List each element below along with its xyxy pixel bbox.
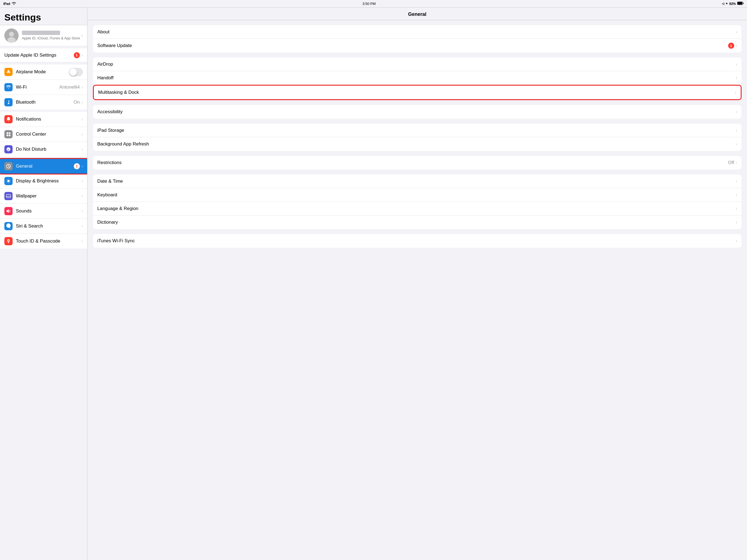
right-panel: General About › Software Update 1 › AirD… — [87, 8, 747, 560]
about-label: About — [97, 29, 736, 35]
handoff-label: Handoff — [97, 75, 736, 81]
update-apple-id-row[interactable]: Update Apple ID Settings 1 › — [0, 48, 87, 62]
do-not-disturb-label: Do Not Disturb — [16, 147, 81, 152]
profile-chevron-icon: › — [81, 32, 83, 38]
wallpaper-item[interactable]: Wallpaper › — [0, 189, 87, 204]
sounds-item[interactable]: Sounds › — [0, 204, 87, 219]
battery-percent: 92% — [729, 2, 736, 6]
right-group-5: iPad Storage › Background App Refresh › — [93, 124, 742, 151]
touch-id-label: Touch ID & Passcode — [16, 238, 81, 244]
display-brightness-chevron-icon: › — [81, 179, 83, 183]
wifi-item[interactable]: Wi-Fi Antonelli4 › — [0, 80, 87, 95]
language-region-item[interactable]: Language & Region › — [93, 202, 742, 215]
status-bar: iPad 3:50 PM ◁ ✦ 92% — [0, 0, 747, 8]
update-badge: 1 — [74, 52, 80, 58]
keyboard-label: Keyboard — [97, 192, 736, 198]
general-badge: 1 — [74, 163, 80, 169]
keyboard-item[interactable]: Keyboard › — [93, 188, 742, 202]
control-center-item[interactable]: Control Center › — [0, 127, 87, 142]
multitasking-item[interactable]: Multitasking & Dock › — [94, 85, 741, 99]
dictionary-item[interactable]: Dictionary › — [93, 215, 742, 229]
right-panel-header: General — [87, 8, 747, 20]
svg-rect-7 — [9, 132, 10, 134]
ipad-storage-item[interactable]: iPad Storage › — [93, 124, 742, 137]
airplane-mode-toggle[interactable] — [69, 68, 83, 76]
wallpaper-chevron-icon: › — [81, 194, 83, 199]
sidebar-title: Settings — [0, 8, 87, 25]
airdrop-chevron-icon: › — [736, 62, 737, 67]
siri-search-icon — [4, 222, 12, 230]
general-highlight-wrapper: General 1 › — [0, 159, 87, 174]
svg-rect-2 — [738, 2, 742, 5]
svg-point-11 — [7, 180, 9, 182]
sounds-icon — [4, 207, 12, 215]
itunes-wifi-sync-label: iTunes Wi-Fi Sync — [97, 238, 736, 244]
right-group-4: Accessibility › — [93, 105, 742, 119]
notifications-item[interactable]: Notifications › — [0, 112, 87, 127]
bluetooth-value: On — [74, 100, 80, 105]
profile-row[interactable]: Apple ID, iCloud, iTunes & App Store › — [0, 25, 87, 46]
wallpaper-label: Wallpaper — [16, 193, 81, 199]
notifications-chevron-icon: › — [81, 117, 83, 122]
display-brightness-item[interactable]: Display & Brightness › — [0, 174, 87, 189]
background-app-refresh-item[interactable]: Background App Refresh › — [93, 137, 742, 151]
location-icon: ◁ — [722, 2, 724, 5]
restrictions-value: Off — [728, 160, 734, 166]
itunes-wifi-sync-item[interactable]: iTunes Wi-Fi Sync › — [93, 234, 742, 248]
date-time-item[interactable]: Date & Time › — [93, 175, 742, 188]
airdrop-item[interactable]: AirDrop › — [93, 57, 742, 71]
status-bar-left: iPad — [3, 2, 16, 6]
control-center-icon — [4, 130, 12, 138]
notifications-group: Notifications › Control Center › Do Not … — [0, 112, 87, 157]
handoff-chevron-icon: › — [736, 75, 737, 80]
airdrop-label: AirDrop — [97, 61, 736, 67]
bluetooth-label: Bluetooth — [16, 100, 74, 105]
airplane-mode-icon — [4, 68, 12, 76]
bluetooth-item[interactable]: Bluetooth On › — [0, 95, 87, 110]
display-brightness-icon — [4, 177, 12, 185]
right-panel-title: General — [408, 11, 427, 17]
language-region-label: Language & Region — [97, 206, 736, 211]
siri-search-chevron-icon: › — [81, 224, 83, 229]
do-not-disturb-item[interactable]: Do Not Disturb › — [0, 142, 87, 157]
restrictions-item[interactable]: Restrictions Off › — [93, 156, 742, 170]
wifi-icon — [12, 2, 16, 6]
about-chevron-icon: › — [736, 29, 737, 34]
accessibility-chevron-icon: › — [736, 109, 737, 114]
dictionary-chevron-icon: › — [736, 220, 737, 225]
touch-id-item[interactable]: Touch ID & Passcode › — [0, 234, 87, 249]
svg-point-4 — [9, 32, 14, 36]
software-update-item[interactable]: Software Update 1 › — [93, 39, 742, 52]
svg-rect-9 — [9, 134, 10, 136]
right-group-1: About › Software Update 1 › — [93, 25, 742, 52]
right-group-2: AirDrop › Handoff › — [93, 57, 742, 85]
control-center-label: Control Center — [16, 131, 81, 137]
accessibility-item[interactable]: Accessibility › — [93, 105, 742, 119]
profile-name-blur — [22, 31, 60, 35]
svg-rect-6 — [6, 132, 8, 134]
status-bar-time: 3:50 PM — [362, 2, 376, 6]
control-center-chevron-icon: › — [81, 132, 83, 137]
siri-search-item[interactable]: Siri & Search › — [0, 219, 87, 234]
profile-subtitle: Apple ID, iCloud, iTunes & App Store — [22, 36, 81, 40]
ipad-storage-label: iPad Storage — [97, 128, 736, 133]
touch-id-icon — [4, 237, 12, 245]
general-item[interactable]: General 1 › — [0, 159, 87, 174]
background-app-refresh-chevron-icon: › — [736, 142, 737, 147]
handoff-item[interactable]: Handoff › — [93, 71, 742, 85]
airplane-mode-item[interactable]: Airplane Mode — [0, 65, 87, 80]
update-chevron-icon: › — [81, 53, 83, 58]
bluetooth-chevron-icon: › — [81, 100, 83, 105]
bluetooth-settings-icon — [4, 98, 12, 106]
software-update-chevron-icon: › — [736, 43, 737, 48]
about-item[interactable]: About › — [93, 25, 742, 39]
device-label: iPad — [3, 2, 10, 6]
itunes-wifi-sync-chevron-icon: › — [736, 238, 737, 244]
dictionary-label: Dictionary — [97, 220, 736, 225]
svg-point-5 — [7, 37, 16, 43]
wifi-chevron-icon: › — [81, 85, 83, 90]
language-region-chevron-icon: › — [736, 206, 737, 211]
restrictions-label: Restrictions — [97, 160, 728, 166]
update-apple-id-label: Update Apple ID Settings — [4, 52, 74, 58]
touch-id-chevron-icon: › — [81, 239, 83, 244]
